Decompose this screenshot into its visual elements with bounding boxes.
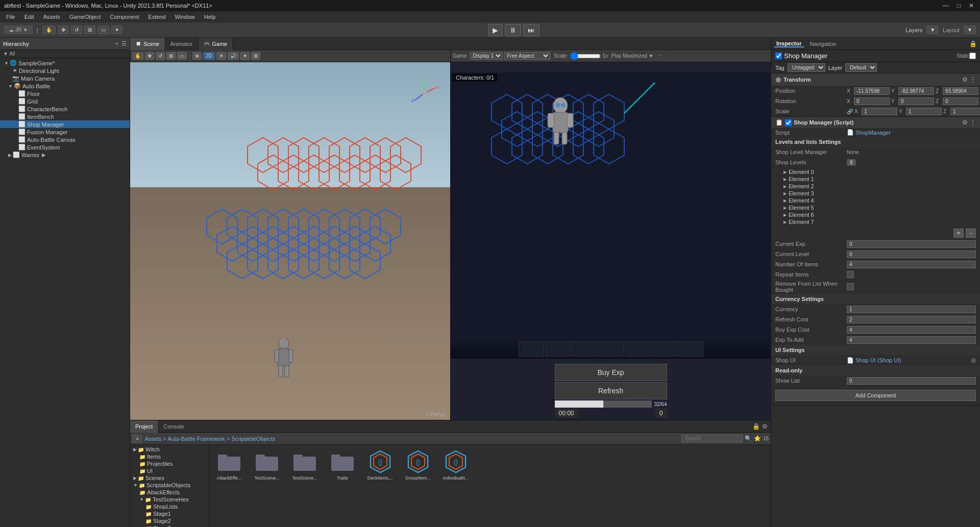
hierarchy-item-character-bench[interactable]: ⬜ CharacterBench [0,105,130,113]
element-7[interactable]: Element 7 [783,218,976,225]
inspector-tab-active[interactable]: Inspector [774,40,804,47]
asset-deck-item-list[interactable]: {} DeckItemL... [362,447,398,483]
menu-help[interactable]: Help [200,13,220,21]
buy-exp-cost-input[interactable] [847,326,976,334]
show-list-input[interactable] [847,377,976,385]
currency-input[interactable] [847,306,976,313]
script-link[interactable]: 📄 ShopManager [847,129,976,136]
display-select[interactable]: Display 1 [470,52,503,60]
play-button[interactable]: ▶ [488,24,503,36]
layers-dropdown[interactable]: ▼ [926,26,939,34]
asset-test-scene-1[interactable]: TestScene... [249,447,285,483]
repeat-items-checkbox[interactable] [847,271,854,278]
minimize-button[interactable]: — [941,2,951,9]
hierarchy-item-shop-manager[interactable]: ⬜ Shop Manager [0,120,130,128]
current-exp-input[interactable] [847,240,976,248]
pt-item-projectiles[interactable]: 📁 Projectiles [131,460,208,467]
step-button[interactable]: ⏭ [523,24,540,36]
asset-group-item[interactable]: {} GroupItem... [400,447,436,483]
hierarchy-item-auto-battle[interactable]: ▼ 📦 Auto-Battle [0,82,130,90]
move-tool[interactable]: ✥ [58,26,69,34]
star-icon[interactable]: ⭐ [754,435,761,442]
object-active-checkbox[interactable] [775,53,782,59]
refresh-cost-input[interactable] [847,316,976,323]
shop-manager-more-icon[interactable]: ⋮ [970,119,976,126]
close-button[interactable]: ✕ [967,2,976,9]
element-5[interactable]: Element 5 [783,204,976,211]
lock-icon[interactable]: 🔒 [752,423,760,430]
hierarchy-plus[interactable]: + [115,40,118,47]
pt-item-items[interactable]: 📁 Items [131,453,208,460]
hand-tool[interactable]: ✋ [42,26,56,34]
asset-attack-effects[interactable]: AttackEffe... [211,447,247,483]
menu-edit[interactable]: Edit [20,13,38,21]
remove-from-list-checkbox[interactable] [847,283,854,290]
rotate-scene-btn[interactable]: ↺ [156,52,165,60]
number-of-items-input[interactable] [847,261,976,268]
maximize-button[interactable]: □ [955,2,963,9]
scale-slider[interactable] [570,52,601,60]
pt-item-testscenehex[interactable]: ▼ 📁 TestSceneHex [131,496,208,503]
transform-section-header[interactable]: ⊕ Transform ⚙ ⋮ [771,73,980,86]
static-checkbox[interactable] [969,53,976,59]
element-6[interactable]: Element 6 [783,211,976,218]
pt-item-attack-effects[interactable]: 📁 AttackEffects [131,489,208,496]
menu-window[interactable]: Window [171,13,199,21]
all-filter[interactable]: ▼ All [3,51,15,57]
account-button[interactable]: ☁ JR ▼ [4,26,33,34]
rect-scene-btn[interactable]: ▭ [177,52,187,60]
aspect-select[interactable]: Free Aspect [504,52,550,60]
menu-assets[interactable]: Assets [39,13,64,21]
console-tab[interactable]: Console [158,420,189,433]
hierarchy-item-event-system[interactable]: ⬜ EventSystem [0,143,130,151]
rotate-tool[interactable]: ↺ [71,26,82,34]
pt-item-scriptable-objects[interactable]: ▼ 📁 ScriptableObjects [131,482,208,489]
hierarchy-item-auto-battle-canvas[interactable]: ⬜ Auto-Battle Canvas [0,136,130,143]
gizmos-btn[interactable]: ⊞ [251,52,260,60]
shop-ui-link[interactable]: 📄 Shop UI (Shop UI) [847,357,971,364]
rot-z-input[interactable] [943,97,978,105]
pos-x-input[interactable] [854,87,890,95]
rot-y-input[interactable] [898,97,934,105]
rect-tool[interactable]: ▭ [97,26,109,34]
pos-y-input[interactable] [898,87,934,95]
shop-manager-header[interactable]: 📋 Shop Manager (Script) ⚙ ⋮ [771,117,980,128]
asset-individual-item[interactable]: {} IndividualIt... [438,447,474,483]
buy-exp-button[interactable]: Buy Exp [555,364,667,381]
refresh-button[interactable]: Refresh [555,382,667,399]
pt-item-scenes[interactable]: ▶ 📁 Scenes [131,474,208,482]
pos-z-input[interactable] [943,87,978,95]
shop-ui-select-icon[interactable]: ◎ [971,357,976,364]
inspector-nav-tab[interactable]: Navigation [810,41,837,47]
scene-tab[interactable]: 🔲 Scene [130,38,165,50]
menu-gameobject[interactable]: GameObject [65,13,105,21]
hierarchy-item-warrior[interactable]: ▶ ⬜ Warrior ▶ [0,151,130,159]
element-2[interactable]: Element 2 [783,183,976,190]
menu-component[interactable]: Component [106,13,143,21]
pt-item-witch[interactable]: ▶ 📁 Witch [131,446,208,453]
settings-icon[interactable]: ⚙ [762,423,768,430]
pivot-btn[interactable]: ⊕ [192,52,202,60]
search-input[interactable] [681,435,743,442]
pt-item-stage2[interactable]: 📁 Stage2 [131,517,208,524]
pt-item-stage3[interactable]: 📁 Stage3 [131,524,208,527]
hierarchy-item-samplegame[interactable]: ▼ 🌐 SampleGame* [0,59,130,67]
asset-traits[interactable]: Traits [325,447,360,483]
scale-scene-btn[interactable]: ⊞ [166,52,176,60]
hand-scene-btn[interactable]: ✋ [132,52,143,60]
game-more[interactable]: ⋯ [657,53,663,59]
element-0[interactable]: Element 0 [783,168,976,175]
element-1[interactable]: Element 1 [783,175,976,183]
inspector-lock-icon[interactable]: 🔒 [969,40,977,47]
hierarchy-menu[interactable]: ☰ [121,40,127,47]
transform-settings-icon[interactable]: ⚙ [962,76,968,83]
hierarchy-item-grid[interactable]: ⬜ Grid [0,97,130,105]
transform-tool[interactable]: ✦ [111,26,122,34]
tag-select[interactable]: Untagged [788,63,825,72]
add-button[interactable]: + [132,435,142,443]
light-btn[interactable]: ☀ [216,52,226,60]
audio-btn[interactable]: 🔊 [228,52,239,60]
hierarchy-item-directional-light[interactable]: ☀ Directional Light [0,67,130,74]
remove-element-button[interactable]: - [966,229,976,238]
hierarchy-item-fusion-manager[interactable]: ⬜ Fusion Manager [0,128,130,136]
